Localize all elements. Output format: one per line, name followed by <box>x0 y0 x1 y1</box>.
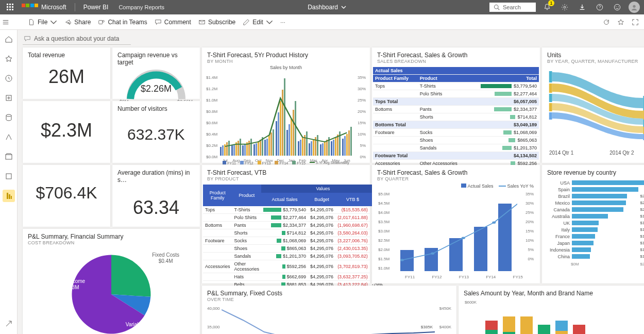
download-icon[interactable] <box>576 1 588 13</box>
search-icon <box>494 4 500 10</box>
search-input[interactable]: Search <box>489 3 536 12</box>
nav-home[interactable] <box>3 33 15 45</box>
gauge-value: $2.26M <box>112 84 200 94</box>
refresh-button[interactable] <box>603 19 610 26</box>
nav-datasets[interactable] <box>3 111 15 124</box>
country-chart: USASpainBrazil$2MMexico$2MCanada$2MAustr… <box>542 176 644 261</box>
edit-menu[interactable]: Edit <box>243 19 273 26</box>
svg-point-18 <box>103 20 105 22</box>
nav-favorites[interactable] <box>3 53 15 65</box>
app-launcher-icon[interactable] <box>4 1 16 13</box>
sankey-chart: 2014 Qtr 1 2014 Qtr 2 <box>542 67 644 155</box>
subscribe-button[interactable]: Subscribe <box>198 19 235 26</box>
svg-rect-8 <box>12 9 13 10</box>
edit-label: Edit <box>252 19 263 26</box>
file-menu[interactable]: File <box>28 19 57 26</box>
tile-duration[interactable]: Average duration (mins) in s… 63.34 <box>112 165 200 227</box>
tile-pl-summary[interactable]: P&L Summary, Financial Summary Cost Brea… <box>23 229 200 334</box>
hamburger-button[interactable] <box>2 19 9 26</box>
tile-title: Campaign revenue vs target <box>112 47 200 66</box>
chevron-down-icon <box>341 5 346 10</box>
comment-icon <box>155 19 162 26</box>
tile-revenue-2[interactable]: $2.3M <box>23 101 110 163</box>
nav-goals[interactable] <box>3 131 15 143</box>
vtb-table: Product FamilyProductValuesActual SalesB… <box>202 181 370 289</box>
share-button[interactable]: Share <box>64 19 91 26</box>
microsoft-brand: Microsoft <box>22 4 66 11</box>
svg-rect-2 <box>12 4 13 5</box>
tile-country[interactable]: Store revenue by country USASpainBrazil$… <box>542 165 644 283</box>
svg-point-14 <box>616 6 616 7</box>
notifications-icon[interactable]: 1 <box>541 1 553 13</box>
tile-fixed-costs[interactable]: P&L Summary, Fixed Costs Over Time 40,00… <box>202 286 456 334</box>
combo-chart: $1.4M$1.2M$1.0M$0.8M$0.6M$0.4M$0.2M$0.0M… <box>206 72 366 165</box>
dashboard-dropdown[interactable]: Dashboard <box>308 4 346 11</box>
feedback-icon[interactable] <box>611 1 623 13</box>
svg-rect-35 <box>549 94 552 102</box>
tile-vtb[interactable]: T-Shirt Forecast, VTB By Product Product… <box>202 165 370 283</box>
account-avatar[interactable] <box>629 2 640 13</box>
svg-rect-33 <box>549 71 552 82</box>
chevron-down-icon <box>266 19 273 26</box>
product-name[interactable]: Power BI <box>83 4 109 11</box>
comment-label: Comment <box>164 19 191 26</box>
qna-placeholder: Ask a question about your data <box>34 35 119 42</box>
nav-create[interactable] <box>3 92 15 104</box>
pencil-icon <box>243 19 250 26</box>
nav-apps[interactable] <box>3 151 15 163</box>
tile-total-revenue[interactable]: Total revenue 26M <box>23 47 110 99</box>
workspace-name[interactable]: Company Reports <box>118 4 164 10</box>
svg-point-16 <box>633 5 635 8</box>
kpi-value: 26M <box>23 59 110 97</box>
pie-label-net: Net Income$1.3M <box>59 278 85 291</box>
fullscreen-button[interactable] <box>632 19 639 26</box>
tile-campaign-gauge[interactable]: Campaign revenue vs target $2.26M $0M $2… <box>112 47 200 99</box>
tile-title: T-Shirt Forecast, 5Yr Product History <box>202 47 370 59</box>
tile-title: T-Shirt Forecast, Sales & Growth <box>372 165 540 176</box>
pie-label-fixed: Fixed Costs$0.4M <box>152 252 179 264</box>
svg-point-31 <box>492 221 496 224</box>
svg-line-10 <box>498 8 499 10</box>
tile-title: Number of visitors <box>112 101 200 112</box>
chat-teams-button[interactable]: Chat in Teams <box>98 19 147 26</box>
tile-quarter[interactable]: T-Shirt Forecast, Sales & Growth By Quar… <box>372 165 540 283</box>
pie-label-var: Variable Costs$3.3M <box>126 322 159 334</box>
svg-rect-26 <box>9 194 10 199</box>
tile-title: Sales Amount by Year, Month and Brand Na… <box>459 286 644 297</box>
svg-rect-27 <box>11 196 12 199</box>
microsoft-logo-icon <box>22 4 38 11</box>
svg-point-30 <box>462 237 465 239</box>
quarter-legend: Actual SalesSales YoY % <box>372 181 540 189</box>
tile-sales-growth-matrix[interactable]: T-Shirt Forecast, Sales & Growth Sales B… <box>372 47 540 163</box>
tile-visitors[interactable]: Number of visitors 632.37K <box>112 101 200 163</box>
star-icon <box>617 19 624 26</box>
help-icon[interactable] <box>594 1 606 13</box>
tile-history[interactable]: T-Shirt Forecast, 5Yr Product History By… <box>202 47 370 163</box>
fullscreen-icon <box>632 19 639 26</box>
tile-revenue-3[interactable]: $706.4K <box>23 165 110 227</box>
more-menu[interactable]: ··· <box>280 19 285 26</box>
nav-expand[interactable] <box>3 318 15 330</box>
tile-units-sankey[interactable]: Units By Year, Quarter, Manufacturer 201… <box>542 47 644 163</box>
left-nav-rail <box>0 30 18 334</box>
kpi-value: 632.37K <box>112 112 200 153</box>
chevron-down-icon <box>50 19 57 26</box>
svg-point-9 <box>495 5 499 9</box>
tile-title: Units <box>542 47 644 59</box>
settings-icon[interactable] <box>558 1 571 13</box>
nav-learn[interactable] <box>3 170 15 182</box>
comment-button[interactable]: Comment <box>155 19 191 26</box>
svg-rect-24 <box>6 174 11 179</box>
tile-subtitle: Cost Breakdown <box>23 240 200 245</box>
nav-workspace[interactable] <box>3 190 15 202</box>
svg-point-13 <box>614 4 620 10</box>
favorite-button[interactable] <box>617 19 624 26</box>
tile-title: P&L Summary, Financial Summary <box>23 229 200 240</box>
nav-recent[interactable] <box>3 72 15 85</box>
ylabel: 35,000 <box>207 325 219 329</box>
qna-input[interactable]: Ask a question about your data <box>23 33 131 45</box>
teams-icon <box>98 19 105 26</box>
svg-rect-6 <box>7 9 8 10</box>
subscribe-label: Subscribe <box>208 19 235 26</box>
tile-brand[interactable]: Sales Amount by Year, Month and Brand Na… <box>459 286 644 334</box>
